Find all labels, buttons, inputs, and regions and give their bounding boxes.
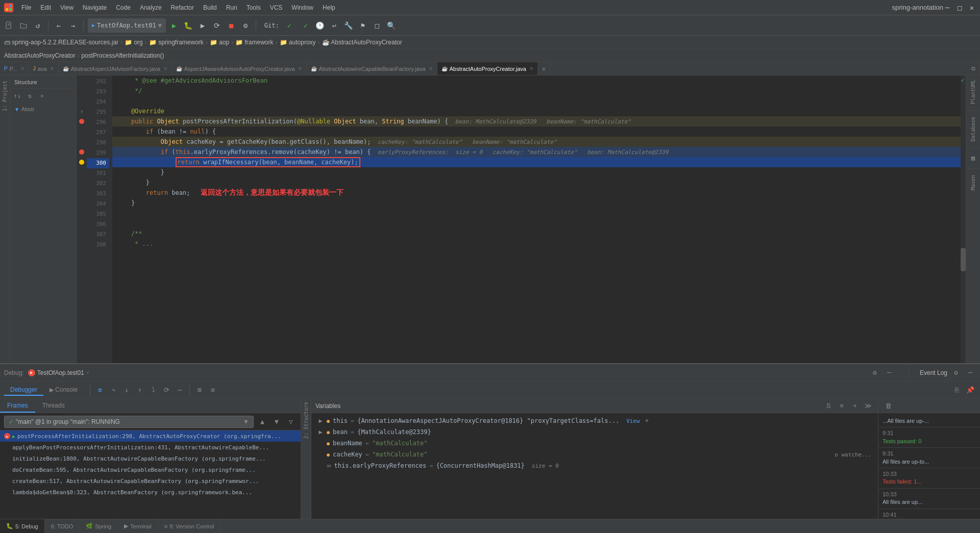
struct-sort-alpha[interactable]: ↑↓: [12, 91, 22, 101]
debug-run-button[interactable]: 🐛: [182, 19, 194, 32]
var-this[interactable]: ▶ ● this = {AnnotationAwareAspectJAutoPr…: [311, 415, 878, 426]
tab-close-abstractautowire[interactable]: ✕: [429, 66, 433, 71]
var-expand-this[interactable]: ▶: [317, 417, 324, 424]
console-tab[interactable]: ▶ Console: [43, 385, 84, 396]
breadcrumb-springframework[interactable]: 📁 springframework: [149, 39, 204, 46]
debug-run-to-cursor[interactable]: ⤵: [148, 385, 159, 396]
debug-tab-close[interactable]: ✕: [86, 370, 89, 375]
event-log-list[interactable]: ...All files are up-... 9:31 Tests passe…: [878, 413, 980, 519]
vars-more[interactable]: ≫: [863, 400, 874, 412]
debug-show-btn[interactable]: ≡: [94, 385, 106, 396]
frame-item-1[interactable]: applyBeanPostProcessorsAfterInitializati…: [0, 442, 301, 453]
frames-list[interactable]: ▶ ▶ postProcessAfterInitialization:298, …: [0, 430, 301, 519]
debug-minimize-btn[interactable]: ─: [884, 367, 895, 378]
breadcrumb-framework[interactable]: 📁 framework: [235, 39, 273, 46]
frames-tab[interactable]: Frames: [0, 399, 35, 413]
debug-table-btn[interactable]: ⊞: [194, 385, 205, 396]
menu-navigate[interactable]: Navigate: [79, 3, 111, 12]
menu-file[interactable]: File: [17, 3, 35, 12]
tab-abstractaspect[interactable]: ☕ AbstractAspectJAdvisorFactory.java ✕: [59, 62, 172, 75]
debug-more[interactable]: ⋯: [174, 385, 185, 396]
tab-close-abstractaspect[interactable]: ✕: [163, 66, 167, 71]
vars-search[interactable]: S: [823, 400, 834, 412]
breadcrumb-jar[interactable]: 🗃 spring-aop-5.2.2.RELEASE-sources.jar: [4, 39, 118, 46]
tab-todo[interactable]: 6: TODO: [45, 519, 80, 533]
flag-button[interactable]: ⚑: [357, 19, 369, 32]
editor-scrollbar[interactable]: ✓: [961, 75, 966, 363]
coverage-button[interactable]: ▶: [197, 19, 209, 32]
vars-filter[interactable]: ≡: [836, 400, 847, 412]
vars-add[interactable]: +: [849, 400, 861, 412]
maximize-button[interactable]: □: [955, 4, 964, 12]
clock-button[interactable]: 🕐: [314, 19, 326, 32]
project-panel-label[interactable]: 1: Project: [2, 78, 8, 114]
debug-copy-btn[interactable]: ⎘: [951, 385, 963, 396]
sync-button[interactable]: ↺: [32, 19, 44, 32]
build-button[interactable]: ⚙: [239, 19, 252, 32]
var-bean[interactable]: ▶ ● bean = {MathCalculate@2339}: [311, 426, 878, 438]
tab-aspectj[interactable]: ☕ AspectJAwareAdvisorAutoProxyCreator.ja…: [172, 62, 307, 75]
var-expand-bean[interactable]: ▶: [317, 428, 324, 436]
menu-build[interactable]: Build: [199, 3, 221, 12]
debug-filter-btn[interactable]: ≡: [207, 385, 218, 396]
var-cachekey[interactable]: ● cacheKey = "mathCalculate" o watche...: [311, 449, 878, 460]
var-earlyproxy[interactable]: ∞ this.earlyProxyReferences = {Concurren…: [311, 460, 878, 471]
menu-analyze[interactable]: Analyze: [136, 3, 166, 12]
tab-close-abstractautoproxy[interactable]: ✕: [529, 66, 533, 71]
menu-refactor[interactable]: Refactor: [167, 3, 198, 12]
right-icon-maven[interactable]: Maven: [966, 171, 981, 194]
tab-abstractautowire[interactable]: ☕ AbstractAutowireCapableBeanFactory.jav…: [307, 62, 437, 75]
tab-abstractautoproxy[interactable]: ☕ AbstractAutoProxyCreator.java ✕: [437, 62, 538, 75]
structure-item[interactable]: ▼ Abstr: [12, 105, 74, 113]
tab-close-ava[interactable]: ✕: [50, 66, 54, 71]
git-check2-button[interactable]: ✓: [300, 19, 312, 32]
debug-step-into[interactable]: ↓: [121, 385, 132, 396]
tab-close-project[interactable]: ✕: [20, 66, 24, 71]
frame-item-4[interactable]: createBean:517, AbstractAutowireCapableB…: [0, 475, 301, 487]
debug-settings-btn[interactable]: ⚙: [869, 367, 880, 378]
right-icon-m[interactable]: m: [966, 150, 981, 166]
thread-down-btn[interactable]: ▼: [271, 416, 282, 427]
thread-filter-btn[interactable]: ▽: [285, 416, 297, 427]
stop-button[interactable]: ■: [225, 19, 237, 32]
code-area[interactable]: * @see #getAdvicesAndAdvisorsForBean */ …: [112, 75, 966, 363]
debug-pin-btn[interactable]: 📌: [965, 385, 976, 396]
menu-window[interactable]: Window: [287, 3, 317, 12]
event-log-minimize[interactable]: ─: [965, 367, 976, 378]
tab-split[interactable]: ⧉: [967, 62, 980, 75]
bookmark-button[interactable]: □: [371, 19, 383, 32]
frame-item-2[interactable]: initializeBean:1800, AbstractAutowireCap…: [0, 453, 301, 464]
menu-view[interactable]: View: [56, 3, 78, 12]
event-log-trash[interactable]: 🗑: [883, 400, 894, 412]
method-breadcrumb-method[interactable]: postProcessAfterInitialization(): [81, 52, 164, 59]
breadcrumb-org[interactable]: 📁 org: [125, 39, 143, 46]
menu-vcs[interactable]: VCS: [266, 3, 287, 12]
thread-dropdown[interactable]: ✓ "main" @1 in group "main": RUNNING ▼: [4, 416, 254, 428]
debug-step-over[interactable]: ↷: [108, 385, 119, 396]
run-button[interactable]: ▶: [168, 19, 180, 32]
run-config-selector[interactable]: ▶ TestOfAop.test01 ▼: [88, 18, 166, 33]
menu-tools[interactable]: Tools: [242, 3, 265, 12]
back-button[interactable]: ←: [53, 19, 65, 32]
search-button[interactable]: 🔍: [385, 19, 398, 32]
close-button[interactable]: ✕: [968, 4, 976, 12]
breadcrumb-autoproxy[interactable]: 📁 autoproxy: [280, 39, 316, 46]
var-add-this[interactable]: +: [645, 417, 649, 424]
breadcrumb-class[interactable]: ☕ AbstractAutoProxyCreator: [322, 39, 402, 46]
debug-step-out[interactable]: ↑: [134, 385, 145, 396]
right-icon-database[interactable]: Database: [966, 113, 981, 145]
editor-area[interactable]: ↑ 292 293: [77, 75, 966, 363]
struct-expand[interactable]: »: [37, 91, 47, 101]
tab-more[interactable]: ≡: [538, 62, 550, 75]
debug-evaluate[interactable]: ⟳: [161, 385, 172, 396]
minimize-button[interactable]: ─: [943, 4, 951, 12]
editor-scrollbar-thumb[interactable]: [961, 248, 966, 271]
tab-ava[interactable]: J ava ✕: [29, 62, 59, 75]
menu-edit[interactable]: Edit: [36, 3, 55, 12]
event-log-settings[interactable]: ⚙: [950, 367, 962, 378]
undo-button[interactable]: ↩: [328, 19, 340, 32]
tab-debug[interactable]: 🐛 5: Debug: [0, 519, 45, 533]
variables-list[interactable]: ▶ ● this = {AnnotationAwareAspectJAutoPr…: [311, 413, 878, 519]
frame-item-3[interactable]: doCreateBean:595, AbstractAutowireCapabl…: [0, 464, 301, 475]
wrench-button[interactable]: 🔧: [342, 19, 355, 32]
